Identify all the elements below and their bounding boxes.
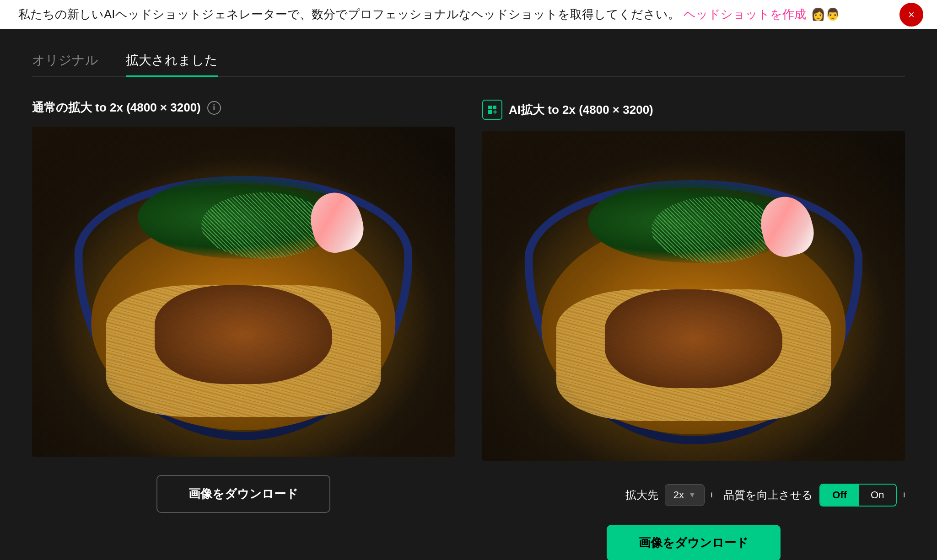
scale-dropdown[interactable]: 2x ▼ — [665, 484, 705, 506]
ramen-scallions-left — [201, 192, 328, 258]
ramen-scallions-right — [652, 197, 778, 262]
quality-toggle-section: 品質を向上させる Off On i — [723, 484, 905, 507]
comparison-container: 通常の拡大 to 2x (4800 × 3200) i 画像をダウンロード — [32, 100, 905, 560]
banner-emoji: 👩👨 — [811, 7, 840, 21]
left-info-icon[interactable]: i — [207, 101, 221, 115]
left-panel: 通常の拡大 to 2x (4800 × 3200) i 画像をダウンロード — [32, 100, 455, 560]
right-panel-title-text: AI拡大 to 2x (4800 × 3200) — [509, 102, 653, 118]
right-panel-title: AI拡大 to 2x (4800 × 3200) — [482, 100, 905, 120]
ramen-meat-left — [155, 285, 332, 384]
left-panel-title-text: 通常の拡大 to 2x (4800 × 3200) — [32, 100, 201, 116]
banner-link[interactable]: ヘッドショットを作成 — [684, 6, 806, 22]
close-button[interactable]: × — [899, 3, 923, 27]
right-panel-controls: 拡大先 2x ▼ i 品質を向上させる Off On i — [482, 475, 905, 507]
tab-bar: オリジナル 拡大されました — [32, 52, 905, 77]
scale-value: 2x — [673, 489, 684, 501]
quality-off-option[interactable]: Off — [820, 485, 859, 506]
right-ramen-image — [482, 131, 905, 461]
left-ramen-image — [32, 127, 455, 457]
ai-upscale-icon — [482, 100, 502, 120]
right-image-container — [482, 131, 905, 461]
chevron-down-icon: ▼ — [689, 491, 696, 499]
left-download-section: 画像をダウンロード — [32, 475, 455, 513]
quality-info-icon[interactable]: i — [903, 491, 905, 499]
ramen-meat-right — [605, 289, 782, 389]
top-banner: 私たちの新しいAIヘッドショットジェネレーターで、数分でプロフェッショナルなヘッ… — [0, 0, 937, 29]
tab-original[interactable]: オリジナル — [32, 52, 98, 76]
right-download-section: 画像をダウンロード — [482, 525, 905, 560]
scale-info-icon[interactable]: i — [711, 491, 713, 499]
tab-enlarged[interactable]: 拡大されました — [126, 52, 218, 76]
scale-label: 拡大先 — [625, 488, 658, 502]
right-download-button[interactable]: 画像をダウンロード — [607, 525, 781, 560]
quality-label: 品質を向上させる — [723, 488, 813, 502]
scale-selector: 拡大先 2x ▼ i — [625, 484, 713, 506]
right-panel: AI拡大 to 2x (4800 × 3200) 拡大先 — [482, 100, 905, 560]
main-content: オリジナル 拡大されました 通常の拡大 to 2x (4800 × 3200) … — [0, 29, 937, 560]
quality-on-option[interactable]: On — [859, 485, 896, 506]
left-panel-title: 通常の拡大 to 2x (4800 × 3200) i — [32, 100, 455, 116]
quality-toggle[interactable]: Off On — [819, 484, 897, 507]
left-image-container — [32, 127, 455, 457]
left-download-button[interactable]: 画像をダウンロード — [156, 475, 330, 513]
banner-text: 私たちの新しいAIヘッドショットジェネレーターで、数分でプロフェッショナルなヘッ… — [18, 6, 680, 22]
